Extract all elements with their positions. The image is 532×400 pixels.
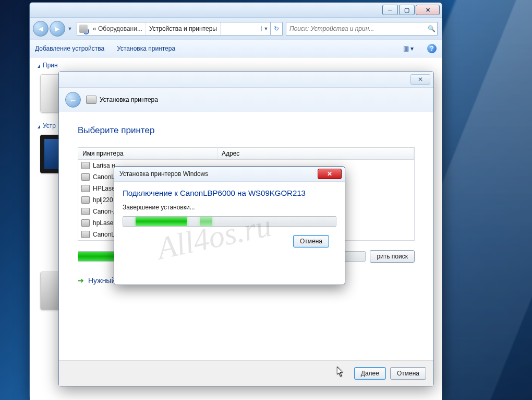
toolbar-add-printer[interactable]: Установка принтера [117, 45, 175, 52]
wizard-footer: Далее Отмена [59, 360, 433, 386]
grid-cell-name: CanonL [93, 173, 115, 181]
search-icon[interactable]: 🔍 [426, 25, 437, 32]
explorer-toolbar: Добавление устройства Установка принтера… [30, 40, 442, 57]
progress-close-button[interactable]: ✕ [318, 169, 342, 179]
wizard-title-text: Установка принтера [100, 96, 158, 103]
breadcrumb-label: Устройства и принтеры [149, 25, 217, 32]
printer-row-icon [81, 196, 90, 204]
breadcrumb-dropdown[interactable]: ▼ [261, 26, 270, 31]
nav-history-dropdown[interactable]: ▼ [66, 21, 74, 36]
printer-row-icon [81, 173, 90, 181]
install-progress-dialog: Установка принтеров Windows ✕ Подключени… [114, 166, 345, 285]
devices-icon [79, 25, 88, 33]
wizard-back-button[interactable]: ← [65, 92, 81, 108]
search-input[interactable] [286, 25, 426, 32]
progress-title-text: Установка принтеров Windows [119, 170, 208, 178]
next-button[interactable]: Далее [354, 367, 386, 380]
printer-row-icon [81, 162, 90, 169]
view-options-button[interactable]: ▥ ▾ [402, 43, 415, 54]
wizard-close-button[interactable]: ✕ [410, 74, 430, 85]
column-name[interactable]: Имя принтера [78, 148, 217, 159]
cancel-button[interactable]: Отмена [390, 367, 426, 380]
refresh-button[interactable]: ↻ [271, 22, 283, 36]
printer-row-icon [81, 208, 90, 215]
minimize-button[interactable]: ─ [382, 5, 398, 15]
explorer-search[interactable]: 🔍 [286, 22, 438, 36]
toolbar-add-device[interactable]: Добавление устройства [35, 45, 104, 52]
progress-heading: Подключение к CanonLBP6000 на WS09KGOR21… [123, 188, 336, 198]
progress-titlebar[interactable]: Установка принтеров Windows ✕ [114, 167, 345, 182]
progress-cancel-button[interactable]: Отмена [293, 235, 329, 248]
progress-status: Завершение установки... [123, 204, 336, 211]
printer-row-icon [81, 219, 90, 227]
arrow-right-icon: ➔ [78, 276, 84, 285]
search-again-button[interactable]: рить поиск [370, 250, 415, 263]
section-printers-header[interactable]: Прин [37, 62, 434, 69]
breadcrumb-seg-devices[interactable]: Устройства и принтеры [146, 22, 221, 35]
close-button[interactable]: ✕ [416, 5, 440, 15]
printer-icon [86, 96, 96, 104]
progress-body: Подключение к CanonLBP6000 на WS09KGOR21… [114, 182, 345, 248]
grid-cell-name: hplj220 [93, 196, 113, 204]
grid-header: Имя принтера Адрес [78, 148, 414, 160]
printer-row-icon [81, 231, 90, 238]
grid-cell-name: CanonL [93, 231, 115, 238]
nav-forward-button[interactable]: ► [50, 21, 65, 37]
grid-cell-name: Larisa н [93, 162, 115, 169]
explorer-nav-row: ◄ ► ▼ « Оборудовани... Устройства и прин… [30, 18, 442, 40]
breadcrumb-seg-hardware[interactable]: « Оборудовани... [90, 22, 146, 35]
wizard-header: ← Установка принтера [59, 88, 433, 112]
printer-row-icon [81, 185, 90, 192]
maximize-button[interactable]: ▢ [399, 5, 415, 15]
address-breadcrumb[interactable]: « Оборудовани... Устройства и принтеры ▼ [77, 22, 271, 36]
column-address[interactable]: Адрес [217, 148, 414, 159]
nav-back-button[interactable]: ◄ [33, 21, 49, 37]
progress-bar [123, 216, 336, 227]
wizard-titlebar[interactable]: ✕ [59, 72, 433, 88]
explorer-titlebar[interactable]: ─ ▢ ✕ [30, 3, 442, 18]
help-icon[interactable]: ? [427, 44, 437, 53]
grid-cell-name: hpLaser [93, 219, 115, 227]
wizard-heading: Выберите принтер [78, 125, 415, 136]
